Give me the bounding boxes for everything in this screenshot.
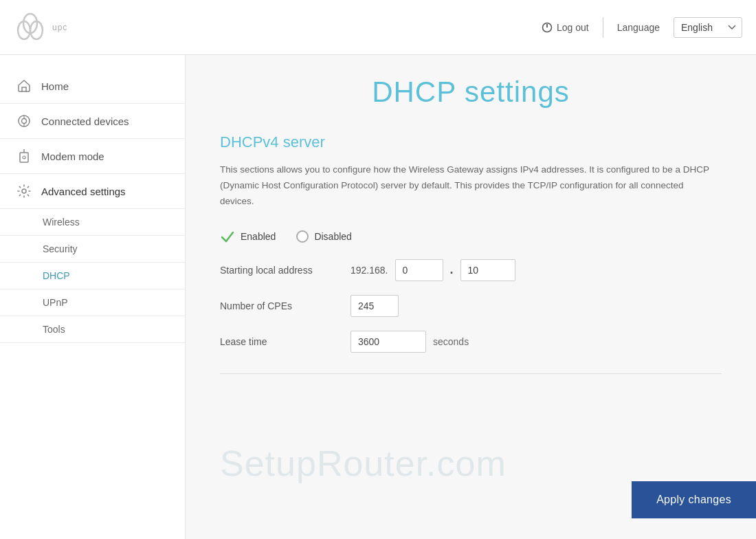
- svg-point-12: [22, 189, 26, 193]
- cpes-input[interactable]: [351, 295, 399, 317]
- svg-point-11: [23, 156, 25, 159]
- checkmark-icon: [220, 229, 235, 244]
- sidebar-item-modem-mode[interactable]: Modem mode: [0, 139, 185, 174]
- lease-time-row: Lease time seconds: [220, 331, 722, 353]
- sidebar-sub-item-dhcp[interactable]: DHCP: [0, 263, 185, 289]
- sidebar-item-modem-mode-label: Modem mode: [41, 151, 104, 162]
- upc-logo-icon: [14, 11, 47, 44]
- logo-area: upc: [14, 11, 67, 44]
- sidebar-item-home[interactable]: Home: [0, 69, 185, 104]
- header-actions: Log out Language English Deutsch Françai…: [542, 17, 742, 38]
- layout: Home Connected devices Mo: [0, 55, 756, 539]
- section-title: DHCPv4 server: [220, 133, 722, 151]
- sidebar-item-connected-devices-label: Connected devices: [41, 116, 129, 127]
- address-field1[interactable]: [395, 259, 443, 281]
- apply-changes-button[interactable]: Apply changes: [632, 481, 756, 518]
- watermark: SetupRouter.com: [220, 443, 507, 484]
- sidebar-item-connected-devices[interactable]: Connected devices: [0, 104, 185, 139]
- svg-rect-9: [20, 153, 28, 162]
- language-select[interactable]: English Deutsch Français Español: [674, 17, 742, 38]
- sidebar: Home Connected devices Mo: [0, 55, 186, 539]
- modem-icon: [16, 148, 32, 164]
- svg-point-6: [22, 119, 27, 124]
- disabled-option[interactable]: Disabled: [296, 230, 351, 243]
- seconds-label: seconds: [433, 336, 469, 347]
- power-icon: [542, 22, 553, 33]
- home-icon: [16, 78, 32, 94]
- starting-address-label: Starting local address: [220, 265, 344, 276]
- logo-text: upc: [52, 23, 67, 32]
- address-prefix: 192.168.: [351, 265, 388, 276]
- language-label: Language: [617, 22, 660, 33]
- dot-separator: .: [450, 263, 454, 277]
- lease-time-input[interactable]: [351, 331, 426, 353]
- sidebar-item-advanced-settings-label: Advanced settings: [41, 186, 126, 197]
- enable-disable-row: Enabled Disabled: [220, 229, 722, 244]
- main-content: DHCP settings DHCPv4 server This section…: [186, 55, 756, 539]
- sidebar-subnav: Wireless Security DHCP UPnP Tools: [0, 209, 185, 343]
- section-description: This sections allows you to configure ho…: [220, 162, 715, 210]
- sidebar-sub-item-upnp[interactable]: UPnP: [0, 289, 185, 316]
- sidebar-item-advanced-settings[interactable]: Advanced settings: [0, 174, 185, 209]
- page-title: DHCP settings: [220, 76, 722, 109]
- cpes-row: Number of CPEs: [220, 295, 722, 317]
- settings-icon: [16, 184, 32, 199]
- enabled-label: Enabled: [241, 231, 276, 242]
- disabled-radio[interactable]: [296, 230, 309, 243]
- lease-time-label: Lease time: [220, 336, 344, 347]
- main-divider: [220, 373, 722, 374]
- starting-address-row: Starting local address 192.168. .: [220, 259, 722, 281]
- address-field2[interactable]: [460, 259, 515, 281]
- connected-devices-icon: [16, 113, 32, 129]
- header: upc Log out Language English Deutsch Fra…: [0, 0, 756, 55]
- disabled-label: Disabled: [314, 231, 351, 242]
- logout-button[interactable]: Log out: [542, 22, 589, 33]
- sidebar-sub-item-security[interactable]: Security: [0, 236, 185, 263]
- sidebar-sub-item-wireless[interactable]: Wireless: [0, 209, 185, 236]
- sidebar-sub-item-tools[interactable]: Tools: [0, 316, 185, 343]
- sidebar-item-home-label: Home: [41, 80, 69, 92]
- cpes-label: Number of CPEs: [220, 300, 344, 311]
- enabled-option[interactable]: Enabled: [220, 229, 276, 244]
- header-divider: [603, 17, 603, 38]
